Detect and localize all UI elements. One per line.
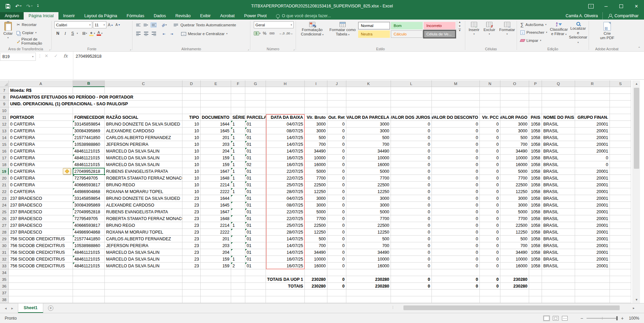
column-header-G[interactable]: G [245,80,266,87]
cell-N12[interactable]: 0 [480,121,500,128]
cell-K16[interactable]: 34490 [346,148,391,155]
cell-E25[interactable]: 1647 [201,209,231,215]
cell-J17[interactable]: 0 [327,155,346,161]
format-as-table-button[interactable]: Formatar comoTabela ▾ [327,21,358,38]
cell-P8[interactable] [529,94,542,101]
cell-S11[interactable] [610,114,631,121]
minimize-button[interactable]: ─ [598,0,614,12]
cell-P36[interactable] [529,283,542,290]
cell-Q11[interactable]: NOME DO PAIS [542,114,575,121]
cell-E9[interactable] [201,101,231,107]
cell-N38[interactable] [480,296,500,303]
cell-A38[interactable] [9,296,73,303]
cell-N37[interactable] [480,290,500,296]
cell-C19[interactable]: RUBENS EVANGELISTA PRATA [105,168,182,175]
cell-S38[interactable] [610,296,631,303]
paste-button[interactable]: Colar▾ [1,21,15,45]
cell-D7[interactable] [182,87,201,94]
scroll-down-icon[interactable]: ▼ [633,296,640,303]
cell-L12[interactable]: 0 [391,121,432,128]
cell-E27[interactable]: 2214 [201,222,231,229]
cell-G21[interactable]: 01 [245,182,266,188]
cell-L37[interactable] [391,290,432,296]
cell-A14[interactable]: 0 CARTEIRA [9,134,73,141]
cell-B11[interactable]: FORNECEDOR [73,114,105,121]
tab-power-pivot[interactable]: Power Pivot [240,12,272,20]
cell-P19[interactable]: 1058 [529,168,542,175]
cell-M37[interactable] [432,290,480,296]
column-header-D[interactable]: D [182,80,201,87]
cell-I15[interactable]: 700 [305,141,327,148]
cell-E24[interactable]: 1645 [201,202,231,209]
cell-D10[interactable] [182,107,201,114]
zoom-in-icon[interactable]: + [621,316,624,321]
cell-D16[interactable]: 10 [182,148,201,155]
cell-S36[interactable] [610,283,631,290]
cell-H26[interactable]: 22/07/25 [266,215,305,222]
cell-F20[interactable]: 1 [231,175,245,182]
cell-L29[interactable]: 0 [391,236,432,242]
cell-R38[interactable] [575,296,610,303]
cell-F27[interactable]: 1 [231,222,245,229]
cell-C35[interactable] [105,276,182,283]
cell-A9[interactable]: UNID. OPERACIONAL (1) OPERACIONAL - SAO … [9,101,182,107]
cell-M25[interactable]: 0 [432,209,480,215]
align-top-icon[interactable] [135,22,142,28]
zoom-level[interactable]: 100% [627,316,639,321]
cell-P21[interactable]: 1058 [529,182,542,188]
increase-decimal-icon[interactable]: ←,0 [278,30,285,37]
cell-J21[interactable]: 0 [327,182,346,188]
cell-F30[interactable] [231,242,245,249]
cell-N20[interactable]: 0 [480,175,500,182]
cell-R22[interactable]: 20001 [575,188,610,195]
cell-P23[interactable]: 1058 [529,195,542,202]
cell-C22[interactable]: ROXANA M MORARU TOPEL [105,188,182,195]
cell-L9[interactable] [391,101,432,107]
cell-P7[interactable] [529,87,542,94]
cell-B32[interactable]: 48461121015 [73,256,105,263]
cell-R34[interactable] [575,269,610,276]
cell-I27[interactable]: 22500 [305,222,327,229]
cell-I13[interactable]: 3000 [305,128,327,134]
borders-icon[interactable]: ⊞▾ [81,30,88,37]
row-header-15[interactable]: 15 [0,141,9,148]
cell-D31[interactable]: 23 [182,249,201,256]
row-header-8[interactable]: 8 [0,94,9,101]
cell-L14[interactable]: 0 [391,134,432,141]
cell-C28[interactable]: ROXANA M MORARU TOPEL [105,229,182,236]
cell-H15[interactable]: 14/07/25 [266,141,305,148]
cell-S34[interactable] [610,269,631,276]
cell-C37[interactable] [105,290,182,296]
cell-J8[interactable] [327,94,346,101]
cell-O29[interactable]: 500 [500,236,529,242]
font-size-select[interactable]: 11▾ [93,21,106,28]
cell-C7[interactable] [105,87,182,94]
cell-A12[interactable]: 0 CARTEIRA [9,121,73,128]
cell-H17[interactable]: 16/07/25 [266,155,305,161]
cell-S29[interactable] [610,236,631,242]
font-dialog-launcher-icon[interactable]: ⌟ [130,47,131,51]
cell-P12[interactable]: 1058 [529,121,542,128]
cell-M16[interactable]: 0 [432,148,480,155]
cell-O38[interactable] [500,296,529,303]
orientation-icon[interactable]: ab▾ [161,22,168,28]
cell-A29[interactable]: 756 SICOOB CREDICITRUS [9,236,73,242]
new-sheet-icon[interactable]: + [48,305,53,311]
cell-Q16[interactable]: BRASIL [542,148,575,155]
cell-I16[interactable]: 34490 [305,148,327,155]
cell-N18[interactable]: 0 [480,161,500,168]
cell-P33[interactable]: 1058 [529,263,542,269]
cell-G28[interactable]: 01 [245,229,266,236]
cell-A25[interactable]: 237 BRADESCO [9,209,73,215]
tab-arquivo[interactable]: Arquivo [0,12,24,20]
cell-B34[interactable] [73,269,105,276]
cell-A35[interactable] [9,276,73,283]
row-header-7[interactable]: 7 [0,87,9,94]
cell-P11[interactable]: PAIS [529,114,542,121]
cell-I17[interactable]: 10000 [305,155,327,161]
cell-S31[interactable] [610,249,631,256]
cell-L26[interactable]: 0 [391,215,432,222]
column-header-P[interactable]: P [529,80,542,87]
cell-N24[interactable]: 0 [480,202,500,209]
cell-M32[interactable]: 0 [432,256,480,263]
